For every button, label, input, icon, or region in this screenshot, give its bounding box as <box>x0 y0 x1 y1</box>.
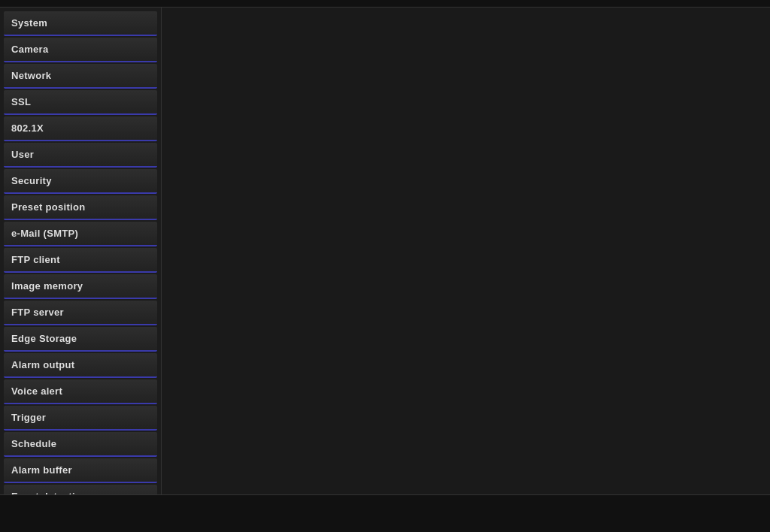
sidebar-item-ftp-server[interactable]: FTP server <box>4 301 157 325</box>
sidebar-item-image-memory[interactable]: Image memory <box>4 274 157 299</box>
sidebar-item-security[interactable]: Security <box>4 169 157 194</box>
sidebar-item-ftp-client[interactable]: FTP client <box>4 248 157 273</box>
sidebar-item-8021x[interactable]: 802.1X <box>4 116 157 141</box>
sidebar-item-camera[interactable]: Camera <box>4 38 157 62</box>
sidebar-item-network[interactable]: Network <box>4 64 157 89</box>
sidebar-item-alarm-output[interactable]: Alarm output <box>4 353 157 378</box>
content-area <box>162 8 770 494</box>
sidebar-item-email-smtp[interactable]: e-Mail (SMTP) <box>4 222 157 246</box>
top-bar <box>0 0 770 8</box>
sidebar-item-alarm-buffer[interactable]: Alarm buffer <box>4 458 157 483</box>
sidebar-item-user[interactable]: User <box>4 143 157 168</box>
sidebar-item-voice-alert[interactable]: Voice alert <box>4 379 157 404</box>
sidebar-item-schedule[interactable]: Schedule <box>4 432 157 457</box>
sidebar-item-event-detection[interactable]: Event detection <box>4 485 157 494</box>
sidebar-item-ssl[interactable]: SSL <box>4 90 157 115</box>
bottom-bar <box>0 494 770 532</box>
sidebar-item-edge-storage[interactable]: Edge Storage <box>4 327 157 352</box>
sidebar-item-trigger[interactable]: Trigger <box>4 406 157 431</box>
sidebar: SystemCameraNetworkSSL802.1XUserSecurity… <box>0 8 162 494</box>
sidebar-item-preset-position[interactable]: Preset position <box>4 195 157 220</box>
sidebar-item-system[interactable]: System <box>4 11 157 36</box>
main-content: SystemCameraNetworkSSL802.1XUserSecurity… <box>0 8 770 494</box>
